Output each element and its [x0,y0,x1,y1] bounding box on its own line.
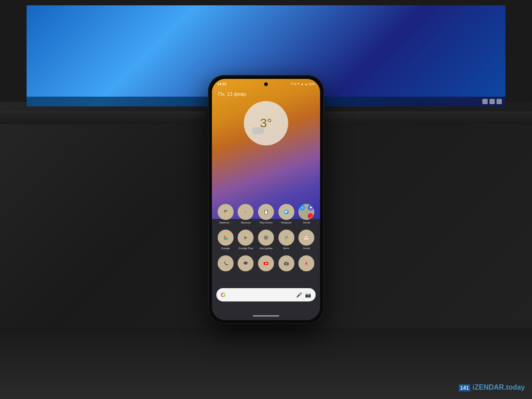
phone-screen: 14:22 ⊙ N ✦ ▲ ▲ 92% Пн, 13 февр. [212,79,320,320]
svg-rect-1 [224,210,227,211]
app-icon-camera [278,255,294,271]
app-label-notes: Заметки ... [219,221,232,224]
app-label-telegram: Telegram [281,221,292,224]
app-row-2: Google [215,230,317,250]
home-indicator[interactable] [253,315,279,317]
svg-rect-11 [265,211,267,211]
taskbar-icon [489,99,495,104]
app-label-social: Social [303,221,310,224]
search-mic-icon[interactable]: 🎤 [296,292,302,298]
app-label-settings: Настройки [259,247,272,250]
app-google[interactable]: Google [216,230,235,250]
app-icon-playbooks [258,204,274,220]
notification-icon: ⊙ [290,82,293,86]
app-messages[interactable] [236,255,255,273]
taskbar-icon-2 [497,99,502,104]
svg-point-42 [244,262,248,265]
app-grid: ! Заметки ... [212,204,320,278]
watermark: 141 iZENDAR.today [459,383,525,392]
svg-rect-18 [224,238,226,240]
app-icon-vivaldi [298,255,314,271]
app-label-googleplay: Google Play [239,247,253,250]
app-label-playbooks: Play Книги [259,221,272,224]
svg-rect-12 [265,211,267,212]
svg-line-32 [264,236,265,236]
svg-point-27 [265,237,266,238]
nfc-icon: N [294,82,296,86]
bluetooth-icon: ✦ [297,82,300,86]
app-label-gmail: Gmail [303,247,310,250]
search-lens-icon[interactable]: 📷 [305,292,311,298]
phone-wrapper: 14:22 ⊙ N ✦ ▲ ▲ 92% Пн, 13 февр. [208,75,324,324]
app-icon-settings [258,230,274,246]
svg-rect-19 [226,238,228,240]
app-icon-notes: ! [218,204,234,220]
signal-icon: ▲ [305,82,308,86]
app-icon-messages [238,255,254,271]
app-telegram[interactable]: Telegram [277,204,296,224]
app-gmail[interactable]: Gmail [297,230,316,250]
wifi-icon: ▲ [301,82,304,86]
app-phone[interactable] [216,255,235,273]
phone-screen-container: 14:22 ⊙ N ✦ ▲ ▲ 92% Пн, 13 февр. [212,79,320,320]
app-settings[interactable]: Настройки [256,230,276,250]
svg-point-40 [222,260,229,267]
svg-line-34 [267,236,268,236]
power-button[interactable] [324,117,326,133]
app-notes[interactable]: ! Заметки ... [216,204,235,224]
svg-line-33 [267,239,268,239]
svg-rect-16 [224,236,226,238]
weather-cloud-icon [252,127,264,134]
app-row-1: ! Заметки ... [215,204,317,224]
app-playbooks[interactable]: Play Книги [256,204,276,224]
date-display: Пн, 13 февр. [218,91,247,97]
svg-rect-51 [285,262,286,262]
phone-device: 14:22 ⊙ N ✦ ▲ ▲ 92% Пн, 13 февр. [208,75,324,324]
app-youtube[interactable] [256,255,276,273]
svg-rect-2 [224,211,226,212]
app-icon-google [218,230,234,246]
app-music[interactable]: Музыка [236,204,255,224]
status-icons: ⊙ N ✦ ▲ ▲ 92% [290,82,315,86]
google-g-logo: G [221,291,226,298]
svg-point-7 [245,211,246,212]
app-icon-youtube [258,255,274,271]
app-social[interactable]: ✕ 💬 Social [297,204,316,224]
app-icon-music [238,204,254,220]
app-icon-phone [218,255,234,271]
watermark-text: iZENDAR.today [473,383,525,391]
phone-wallpaper [212,79,320,219]
svg-point-50 [286,263,286,264]
svg-line-35 [264,239,265,239]
status-time: 14:22 [217,82,226,86]
app-icon-gmail [298,230,314,246]
app-camera[interactable] [277,255,296,273]
volume-down-button[interactable] [206,126,208,137]
app-icon-photos [278,230,294,246]
taskbar-clock [482,99,488,104]
app-vivaldi[interactable] [297,255,316,273]
front-camera [264,82,268,86]
svg-rect-10 [265,210,267,214]
app-label-music: Музыка [241,221,250,224]
weather-widget[interactable]: 3° [244,101,288,145]
battery-text: 92% [309,82,315,86]
svg-text:!: ! [227,213,228,215]
volume-up-button[interactable] [206,111,208,122]
svg-point-15 [222,234,229,241]
svg-point-37 [286,237,287,239]
app-label-photos: Фото [283,247,289,250]
app-photos[interactable]: Фото [277,230,296,250]
app-label-google: Google [221,247,230,250]
app-row-3 [215,255,317,273]
app-icon-social: ✕ 💬 [298,204,314,220]
google-search-bar[interactable]: G 🎤 📷 [216,288,316,301]
app-googleplay[interactable]: Google Play [236,230,255,250]
app-icon-googleplay [238,230,254,246]
watermark-prefix: 141 [459,384,470,391]
app-icon-telegram [278,204,294,220]
desk-surface [0,328,532,399]
svg-rect-17 [226,236,228,238]
svg-rect-39 [305,236,309,239]
